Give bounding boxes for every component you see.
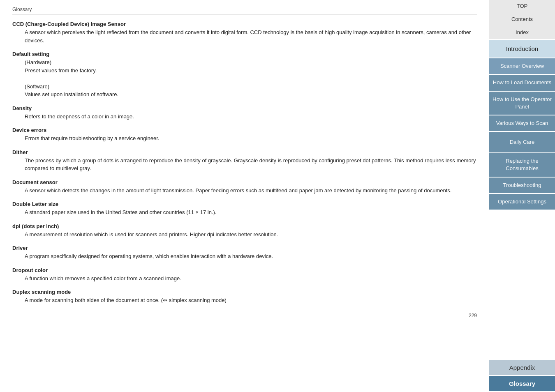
- sidebar-item-how-to-use[interactable]: How to Use the Operator Panel: [489, 92, 555, 115]
- glossary-header: Glossary: [12, 4, 477, 14]
- sidebar-item-operational[interactable]: Operational Settings: [489, 194, 555, 210]
- def-duplex: A mode for scanning both sides of the do…: [25, 296, 477, 304]
- sidebar-item-how-to-load[interactable]: How to Load Documents: [489, 75, 555, 90]
- term-dpi: dpi (dots per inch): [12, 223, 477, 229]
- term-dither: Dither: [12, 149, 477, 155]
- glossary-entry-driver: Driver A program specifically designed f…: [12, 245, 477, 261]
- glossary-entry-ccd: CCD (Charge-Coupled Device) Image Sensor…: [12, 21, 477, 44]
- def-doc-sensor: A sensor which detects the changes in th…: [25, 187, 477, 195]
- sidebar-spacer: [489, 210, 555, 360]
- sidebar-introduction-button[interactable]: Introduction: [489, 40, 555, 58]
- term-double-letter: Double Letter size: [12, 201, 477, 207]
- sidebar-item-glossary[interactable]: Glossary: [489, 376, 555, 391]
- glossary-entry-duplex: Duplex scanning mode A mode for scanning…: [12, 289, 477, 304]
- sidebar-item-replacing[interactable]: Replacing the Consumables: [489, 153, 555, 176]
- term-device-errors: Device errors: [12, 127, 477, 133]
- term-doc-sensor: Document sensor: [12, 179, 477, 185]
- glossary-entry-device-errors: Device errors Errors that require troubl…: [12, 127, 477, 143]
- term-default: Default setting: [12, 51, 477, 57]
- sidebar-item-scanner-overview[interactable]: Scanner Overview: [489, 58, 555, 74]
- def-driver: A program specifically designed for oper…: [25, 252, 477, 261]
- def-density: Refers to the deepness of a color in an …: [25, 113, 477, 121]
- def-ccd: A sensor which perceives the light refle…: [25, 28, 477, 44]
- term-density: Density: [12, 105, 477, 111]
- def-default-hardware: (Hardware) Preset values from the factor…: [25, 58, 477, 99]
- sidebar-top: TOP Contents Index Introduction Scanner …: [489, 0, 555, 210]
- sidebar-item-daily-care[interactable]: Daily Care: [489, 132, 555, 152]
- glossary-entry-double-letter: Double Letter size A standard paper size…: [12, 201, 477, 217]
- sidebar-item-appendix[interactable]: Appendix: [489, 360, 555, 375]
- term-duplex: Duplex scanning mode: [12, 289, 477, 295]
- term-ccd: CCD (Charge-Coupled Device) Image Sensor: [12, 21, 477, 27]
- term-driver: Driver: [12, 245, 477, 251]
- glossary-entry-default: Default setting (Hardware) Preset values…: [12, 51, 477, 99]
- sidebar: TOP Contents Index Introduction Scanner …: [489, 0, 555, 392]
- def-dither: The process by which a group of dots is …: [25, 157, 477, 173]
- term-dropout: Dropout color: [12, 267, 477, 273]
- sidebar-item-various-ways[interactable]: Various Ways to Scan: [489, 115, 555, 131]
- sidebar-contents-button[interactable]: Contents: [489, 13, 555, 26]
- glossary-entry-dropout: Dropout color A function which removes a…: [12, 267, 477, 283]
- def-dpi: A measurement of resolution which is use…: [25, 231, 477, 239]
- sidebar-item-troubleshooting[interactable]: Troubleshooting: [489, 178, 555, 193]
- def-device-errors: Errors that require troubleshooting by a…: [25, 134, 477, 143]
- glossary-entry-dpi: dpi (dots per inch) A measurement of res…: [12, 223, 477, 239]
- page-number: 229: [12, 313, 477, 318]
- glossary-entry-density: Density Refers to the deepness of a colo…: [12, 105, 477, 121]
- glossary-entry-dither: Dither The process by which a group of d…: [12, 149, 477, 173]
- def-double-letter: A standard paper size used in the United…: [25, 208, 477, 217]
- glossary-entry-doc-sensor: Document sensor A sensor which detects t…: [12, 179, 477, 195]
- main-content: Glossary CCD (Charge-Coupled Device) Ima…: [0, 0, 489, 392]
- def-dropout: A function which removes a specified col…: [25, 274, 477, 283]
- sidebar-index-button[interactable]: Index: [489, 26, 555, 39]
- sidebar-top-button[interactable]: TOP: [489, 0, 555, 13]
